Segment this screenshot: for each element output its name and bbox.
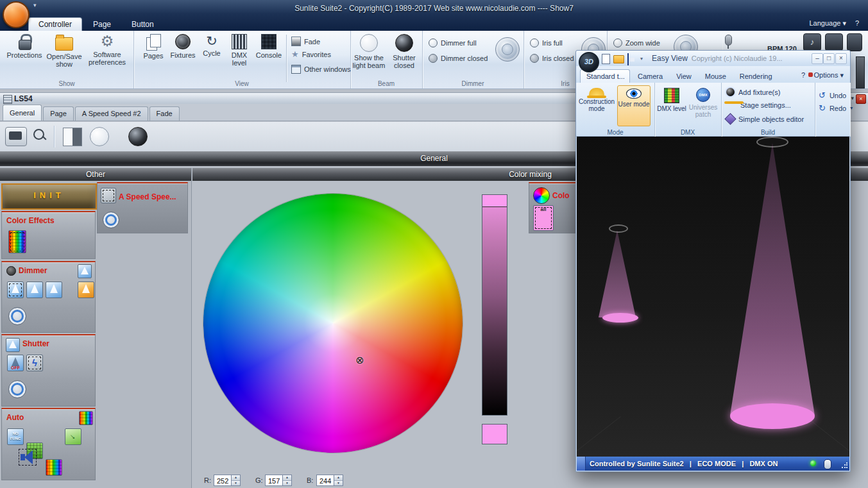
console-button[interactable]: Console xyxy=(254,34,284,59)
redo-button[interactable]: ↻Redo▾ xyxy=(819,103,853,113)
new-document-icon[interactable] xyxy=(602,54,610,64)
save-icon[interactable] xyxy=(627,53,629,65)
white-circle-button[interactable] xyxy=(90,127,109,146)
fixtures-button[interactable]: Fixtures xyxy=(168,34,198,59)
dmx-level-button[interactable]: DMX level xyxy=(226,34,253,67)
help-button[interactable]: ? xyxy=(855,19,859,27)
software-preferences-button[interactable]: ⚙ Software preferences xyxy=(86,34,128,67)
minimize-button[interactable]: – xyxy=(812,53,823,64)
dimmer-closed-button[interactable]: Dimmer closed xyxy=(429,54,488,63)
color-all-swatch[interactable]: all xyxy=(533,205,554,231)
ls54-tab-page[interactable]: Page xyxy=(43,106,74,121)
easy-view-window[interactable]: 3D ▾ Easy ViewCopyright (c) Nicolaudie 1… xyxy=(575,50,851,472)
blue-spinner[interactable]: ▲▼ xyxy=(334,475,343,485)
dimmer-block[interactable]: Dimmer xyxy=(1,261,96,333)
other-windows-button[interactable]: Other windows xyxy=(291,65,351,74)
color-cursor-icon[interactable]: ⊗ xyxy=(355,354,364,366)
easy-view-titlebar[interactable]: 3D ▾ Easy ViewCopyright (c) Nicolaudie 1… xyxy=(576,51,850,66)
universes-patch-button[interactable]: DMX Universes patch xyxy=(688,85,719,126)
search-icon[interactable] xyxy=(33,129,44,140)
app-logo-icon[interactable] xyxy=(3,1,30,28)
shutter-closed-button[interactable]: Shutter closed xyxy=(387,34,421,70)
favorites-button[interactable]: ★Favorites xyxy=(291,50,331,58)
dimmer-preset-1[interactable] xyxy=(7,282,24,298)
green-spinner[interactable]: ▲▼ xyxy=(282,475,291,485)
stage-settings-button[interactable]: Stage settings... xyxy=(726,101,791,109)
fixture-base-left[interactable] xyxy=(609,224,628,233)
display-tool-button[interactable] xyxy=(5,127,27,146)
pages-button[interactable]: Pages xyxy=(140,34,167,60)
fader-strip[interactable] xyxy=(856,56,865,88)
audio-speaker-icon[interactable] xyxy=(825,33,843,51)
speaker-icon[interactable] xyxy=(19,449,37,466)
zoom-wide-button[interactable]: Zoom wide xyxy=(613,38,660,47)
ev-tab-view[interactable]: View xyxy=(670,70,697,83)
ev-tab-camera[interactable]: Camera xyxy=(632,70,668,83)
easy-view-3d-viewport[interactable] xyxy=(577,137,849,457)
maximize-button[interactable]: □ xyxy=(823,53,835,64)
dimmer-preset-orange[interactable] xyxy=(78,282,94,298)
dimmer-knob[interactable] xyxy=(495,37,520,62)
user-mode-button[interactable]: User mode xyxy=(617,85,651,126)
shutter-block[interactable]: Shutter OFF ϟ xyxy=(1,334,96,407)
tab-controller[interactable]: Controller xyxy=(28,17,82,31)
iris-closed-button[interactable]: Iris closed xyxy=(530,54,574,63)
show-light-beam-button[interactable]: Show the light beam xyxy=(352,34,386,70)
ls54-tab-fade[interactable]: Fade xyxy=(149,106,180,121)
open-folder-icon[interactable] xyxy=(613,55,624,63)
shutter-dial[interactable] xyxy=(8,380,26,398)
dimmer-full-button[interactable]: Dimmer full xyxy=(429,38,477,47)
dimmer-dial[interactable] xyxy=(8,307,26,325)
fade-button[interactable]: Fade xyxy=(291,37,320,46)
shutter-off-button[interactable]: OFF xyxy=(7,355,24,371)
resize-grip[interactable] xyxy=(841,462,847,469)
close-button[interactable]: × xyxy=(835,53,847,64)
ev-help-button[interactable]: ? xyxy=(801,71,805,79)
brightness-slider[interactable] xyxy=(482,194,507,416)
auto-no-func-button[interactable]: NO FUNC xyxy=(7,428,24,445)
ls54-close-button[interactable]: × xyxy=(856,94,866,104)
dimmer-preset-2[interactable] xyxy=(26,282,43,298)
init-button[interactable]: INIT xyxy=(1,183,97,210)
tab-page[interactable]: Page xyxy=(83,18,121,31)
cycle-button[interactable]: ↻ Cycle xyxy=(199,34,225,57)
construction-mode-button[interactable]: Construction mode xyxy=(579,85,615,126)
color-effects-icon[interactable] xyxy=(8,230,26,253)
black-circle-button[interactable] xyxy=(128,127,148,146)
a-speed-dial[interactable] xyxy=(103,212,119,228)
tab-button[interactable]: Button xyxy=(122,18,164,31)
dimmer-preset-3[interactable] xyxy=(46,282,62,298)
ev-dmx-level-button[interactable]: DMX level xyxy=(657,85,686,126)
a-speed-preset-button[interactable]: A Speed Spee... xyxy=(97,182,188,233)
blue-input[interactable]: 244 ▲▼ xyxy=(316,475,343,486)
layout-split-button[interactable] xyxy=(63,128,82,146)
auto-color-icon[interactable] xyxy=(79,411,93,425)
auto-rainbow-button[interactable] xyxy=(46,459,62,476)
audio-misc-icon[interactable] xyxy=(847,33,862,51)
green-input[interactable]: 157 ▲▼ xyxy=(265,475,292,486)
audio-note-icon[interactable]: ♪ xyxy=(803,33,821,51)
ev-tab-mouse[interactable]: Mouse xyxy=(699,70,732,83)
simple-objects-editor-button[interactable]: Simple objects editor xyxy=(726,115,804,123)
add-fixture-button[interactable]: Add fixture(s) xyxy=(726,88,780,96)
toolbar-chevron-icon[interactable]: ▾ xyxy=(640,56,643,62)
protections-button[interactable]: Protections xyxy=(6,34,42,59)
dimmer-beam-icon[interactable] xyxy=(78,264,92,278)
ls54-tab-general[interactable]: General xyxy=(3,105,42,121)
undo-button[interactable]: ↺Undo xyxy=(819,90,846,100)
slider-handle[interactable] xyxy=(482,195,507,207)
color-wheel[interactable]: ⊗ xyxy=(203,194,463,453)
red-input[interactable]: 252 ▲▼ xyxy=(214,475,241,486)
open-save-show-button[interactable]: Open/Save show xyxy=(45,34,83,69)
microphone-icon[interactable] xyxy=(725,35,732,46)
color-effects-button[interactable]: Color Effects xyxy=(1,211,96,259)
ev-options-menu[interactable]: Options ▾ xyxy=(813,71,844,80)
ls54-menu-chevron-icon[interactable]: ▾ xyxy=(851,95,854,101)
auto-block[interactable]: Auto NO FUNC → xyxy=(1,408,96,480)
ev-tab-rendering[interactable]: Rendering xyxy=(734,70,778,83)
iris-full-button[interactable]: Iris full xyxy=(530,38,563,47)
ls54-tab-aspeed[interactable]: A Speed Speed #2 xyxy=(75,106,148,121)
a-speed-icon[interactable] xyxy=(101,188,116,203)
auto-arrow-button[interactable]: → xyxy=(65,428,81,445)
language-menu[interactable]: Language ▾ xyxy=(809,19,846,28)
